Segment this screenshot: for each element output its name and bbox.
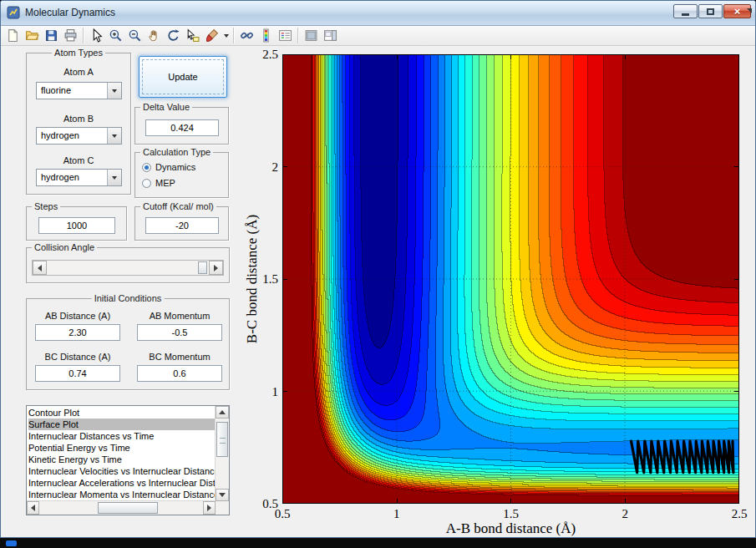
screen: Molecular Dynamics × Atom Types Atom A f… — [0, 0, 756, 548]
collision-angle-slider[interactable] — [32, 260, 224, 276]
insert-colorbar-icon — [259, 28, 273, 43]
list-item[interactable]: Internuclear Momenta vs Internuclear Dis… — [28, 489, 216, 500]
titlebar[interactable]: Molecular Dynamics × — [1, 1, 755, 26]
cutoff-panel: Cutoff (Kcal/ mol) — [134, 206, 229, 241]
vertical-scrollbar[interactable] — [215, 406, 229, 501]
cutoff-input[interactable] — [145, 217, 219, 234]
steps-title: Steps — [32, 201, 60, 212]
zoom-out-icon — [128, 28, 142, 43]
new-figure-button[interactable] — [3, 27, 23, 44]
toolbar-overflow-icon[interactable] — [747, 8, 752, 13]
ab-momentum-input[interactable] — [137, 324, 222, 341]
minimize-button[interactable] — [673, 4, 698, 18]
list-item[interactable]: Internuclear Distances vs Time — [28, 430, 216, 442]
list-item[interactable]: Kinetic Energy vs Time — [28, 454, 216, 465]
scroll-right-button[interactable] — [203, 501, 216, 515]
print-figure-button[interactable] — [61, 27, 80, 44]
pes-contour-canvas[interactable] — [282, 54, 739, 504]
scroll-down-button[interactable] — [216, 489, 229, 501]
open-file-button[interactable] — [23, 27, 42, 44]
zoom-in-button[interactable] — [106, 27, 125, 44]
data-cursor-icon — [185, 28, 200, 43]
brush-button[interactable] — [202, 27, 221, 44]
slider-thumb[interactable] — [198, 261, 207, 274]
ab-momentum-label: AB Momentum — [137, 311, 222, 321]
radio-unselected-icon — [142, 179, 151, 188]
link-plot-icon — [240, 28, 254, 43]
steps-panel: Steps — [26, 206, 127, 241]
calculation-type-title: Calculation Type — [140, 147, 213, 158]
x-tick-label: 2.5 — [732, 507, 748, 521]
close-icon: × — [734, 5, 741, 18]
steps-input[interactable] — [38, 217, 115, 234]
radio-dynamics[interactable]: Dynamics — [142, 162, 195, 172]
edit-plot-button[interactable] — [87, 27, 106, 44]
radio-selected-icon — [142, 163, 151, 172]
atom-a-combobox[interactable]: fluorine — [36, 82, 122, 99]
zoom-out-button[interactable] — [125, 27, 145, 44]
ab-distance-input[interactable] — [35, 324, 120, 341]
initial-conditions-title: Initial Conditions — [92, 293, 165, 304]
chevron-down-icon[interactable] — [107, 170, 121, 185]
scroll-left-button[interactable] — [27, 501, 39, 515]
atom-b-value: hydrogen — [41, 130, 79, 140]
radio-mep[interactable]: MEP — [142, 178, 175, 188]
chevron-down-icon[interactable] — [107, 83, 121, 99]
bc-momentum-input[interactable] — [137, 365, 222, 382]
toolbar — [1, 26, 755, 46]
taskbar-strip — [0, 538, 756, 548]
list-item[interactable]: Internuclear Velocities vs Internuclear … — [28, 465, 216, 477]
x-axis-label: A-B bond distance (Å) — [282, 520, 739, 537]
window-title: Molecular Dynamics — [25, 7, 115, 18]
rotate-3d-icon — [166, 28, 180, 43]
toolbar-separator — [83, 28, 84, 43]
open-file-icon — [25, 28, 39, 43]
toolbar-separator — [297, 28, 299, 43]
plot-type-listbox: Contour Plot Surface Plot Internuclear D… — [26, 405, 230, 515]
atom-c-value: hydrogen — [41, 172, 79, 182]
horizontal-scrollbar[interactable] — [27, 500, 216, 515]
atom-types-panel: Atom Types Atom A fluorine Atom B hydrog… — [26, 53, 131, 195]
bc-distance-input[interactable] — [35, 365, 120, 382]
list-item[interactable]: Contour Plot — [28, 407, 216, 419]
insert-colorbar-button[interactable] — [256, 27, 276, 44]
new-figure-icon — [6, 28, 20, 43]
slider-left-arrow[interactable] — [33, 261, 47, 275]
pan-button[interactable] — [145, 27, 164, 44]
taskbar-icon[interactable] — [6, 540, 17, 546]
brush-dropdown-button[interactable] — [221, 27, 231, 44]
y-tick-label: 2 — [243, 160, 278, 175]
horizontal-scroll-thumb[interactable] — [98, 502, 158, 514]
radio-dynamics-label: Dynamics — [155, 162, 195, 172]
list-item-selected[interactable]: Surface Plot — [28, 419, 216, 430]
arrow-right-icon — [207, 505, 211, 511]
chevron-down-icon[interactable] — [107, 128, 121, 144]
rotate-3d-button[interactable] — [164, 27, 183, 44]
vertical-scroll-thumb[interactable] — [216, 422, 228, 457]
plot-type-list: Contour Plot Surface Plot Internuclear D… — [27, 406, 216, 501]
list-item[interactable]: Potential Energy vs Time — [28, 442, 216, 454]
delta-value-input[interactable] — [145, 119, 219, 136]
slider-right-arrow[interactable] — [209, 261, 223, 275]
insert-legend-button[interactable] — [276, 27, 295, 44]
list-item[interactable]: Internuclear Accelerations vs Internucle… — [28, 477, 216, 489]
collision-angle-panel: Collision Angle — [26, 247, 230, 283]
save-figure-button[interactable] — [42, 27, 61, 44]
atom-c-combobox[interactable]: hydrogen — [36, 169, 122, 186]
update-button[interactable]: Update — [139, 56, 227, 98]
initial-conditions-panel: Initial Conditions AB Distance (A) AB Mo… — [26, 298, 230, 390]
collision-angle-title: Collision Angle — [32, 242, 97, 253]
insert-legend-icon — [278, 28, 292, 43]
atom-b-label: Atom B — [27, 114, 130, 124]
atom-b-combobox[interactable]: hydrogen — [36, 127, 122, 145]
bc-distance-label: BC Distance (A) — [35, 352, 120, 362]
scroll-up-button[interactable] — [216, 406, 229, 419]
hide-plot-tools-button[interactable] — [302, 27, 321, 44]
pan-icon — [147, 28, 161, 43]
show-plot-tools-button[interactable] — [321, 27, 340, 44]
data-cursor-button[interactable] — [183, 27, 202, 44]
maximize-button[interactable] — [698, 4, 723, 18]
ab-distance-label: AB Distance (A) — [35, 311, 120, 321]
link-plot-button[interactable] — [237, 27, 256, 44]
window-controls: × — [673, 4, 751, 18]
